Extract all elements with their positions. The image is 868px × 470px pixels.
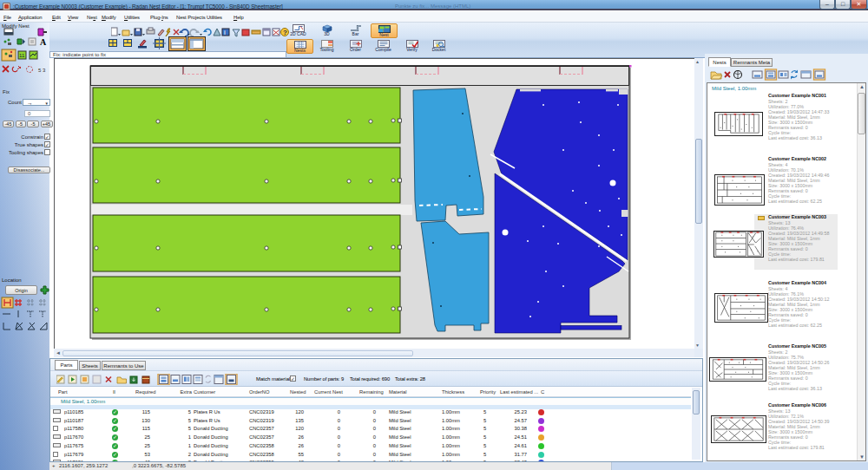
svg-text:11: 11: [19, 53, 25, 58]
svg-text:5 3: 5 3: [38, 68, 46, 73]
svg-text:A: A: [40, 37, 47, 47]
svg-text:i: i: [224, 29, 226, 36]
